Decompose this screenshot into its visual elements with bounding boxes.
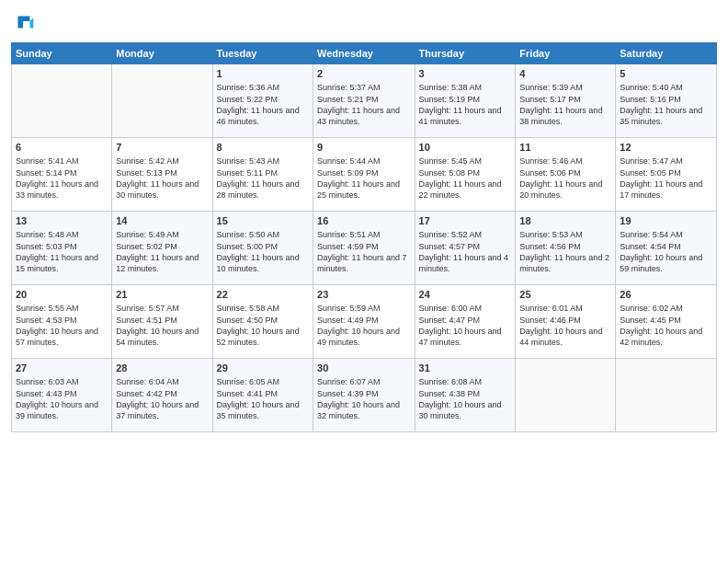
logo	[11, 9, 40, 35]
day-info: Sunrise: 5:46 AM Sunset: 5:06 PM Dayligh…	[519, 155, 611, 201]
calendar-cell: 17Sunrise: 5:52 AM Sunset: 4:57 PM Dayli…	[415, 212, 516, 285]
calendar-table: SundayMondayTuesdayWednesdayThursdayFrid…	[11, 42, 717, 432]
day-number: 2	[317, 67, 410, 81]
day-info: Sunrise: 5:51 AM Sunset: 4:59 PM Dayligh…	[317, 229, 410, 274]
day-info: Sunrise: 5:59 AM Sunset: 4:49 PM Dayligh…	[317, 303, 410, 348]
day-number: 25	[519, 288, 611, 302]
calendar-cell: 18Sunrise: 5:53 AM Sunset: 4:56 PM Dayli…	[516, 212, 616, 285]
calendar-cell: 4Sunrise: 5:39 AM Sunset: 5:17 PM Daylig…	[516, 64, 616, 138]
logo-icon	[11, 9, 37, 35]
day-info: Sunrise: 5:48 AM Sunset: 5:03 PM Dayligh…	[16, 229, 108, 274]
day-number: 3	[419, 67, 512, 81]
day-info: Sunrise: 6:05 AM Sunset: 4:41 PM Dayligh…	[217, 376, 309, 421]
calendar-cell: 26Sunrise: 6:02 AM Sunset: 4:45 PM Dayli…	[616, 285, 717, 359]
calendar-cell: 22Sunrise: 5:58 AM Sunset: 4:50 PM Dayli…	[212, 285, 313, 359]
day-info: Sunrise: 5:54 AM Sunset: 4:54 PM Dayligh…	[620, 229, 712, 274]
calendar-cell: 27Sunrise: 6:03 AM Sunset: 4:43 PM Dayli…	[12, 359, 112, 432]
day-number: 8	[217, 141, 309, 155]
calendar-cell: 28Sunrise: 6:04 AM Sunset: 4:42 PM Dayli…	[112, 359, 212, 432]
day-info: Sunrise: 5:55 AM Sunset: 4:53 PM Dayligh…	[16, 303, 108, 348]
calendar-cell: 21Sunrise: 5:57 AM Sunset: 4:51 PM Dayli…	[112, 285, 212, 359]
day-number: 28	[116, 362, 208, 375]
day-number: 15	[217, 214, 309, 228]
header-cell-saturday: Saturday	[616, 43, 717, 64]
day-info: Sunrise: 5:45 AM Sunset: 5:08 PM Dayligh…	[419, 155, 512, 201]
header	[11, 9, 717, 35]
day-info: Sunrise: 6:01 AM Sunset: 4:46 PM Dayligh…	[519, 303, 611, 348]
calendar-cell	[12, 64, 112, 138]
day-number: 5	[620, 67, 712, 81]
calendar-cell: 31Sunrise: 6:08 AM Sunset: 4:38 PM Dayli…	[415, 359, 516, 432]
calendar-cell: 13Sunrise: 5:48 AM Sunset: 5:03 PM Dayli…	[12, 212, 112, 285]
day-info: Sunrise: 5:58 AM Sunset: 4:50 PM Dayligh…	[217, 303, 309, 348]
calendar-cell: 24Sunrise: 6:00 AM Sunset: 4:47 PM Dayli…	[415, 285, 516, 359]
calendar-cell: 10Sunrise: 5:45 AM Sunset: 5:08 PM Dayli…	[415, 138, 516, 212]
day-number: 23	[317, 288, 410, 302]
day-info: Sunrise: 5:57 AM Sunset: 4:51 PM Dayligh…	[116, 303, 208, 348]
calendar-cell: 23Sunrise: 5:59 AM Sunset: 4:49 PM Dayli…	[313, 285, 415, 359]
header-row: SundayMondayTuesdayWednesdayThursdayFrid…	[12, 43, 717, 64]
day-info: Sunrise: 5:41 AM Sunset: 5:14 PM Dayligh…	[16, 155, 108, 201]
day-info: Sunrise: 5:47 AM Sunset: 5:05 PM Dayligh…	[620, 155, 712, 201]
day-number: 19	[620, 214, 712, 228]
day-number: 1	[217, 67, 309, 81]
day-info: Sunrise: 5:36 AM Sunset: 5:22 PM Dayligh…	[217, 82, 309, 127]
calendar-cell: 12Sunrise: 5:47 AM Sunset: 5:05 PM Dayli…	[616, 138, 717, 212]
header-cell-thursday: Thursday	[415, 43, 516, 64]
day-number: 21	[116, 288, 208, 302]
day-info: Sunrise: 5:43 AM Sunset: 5:11 PM Dayligh…	[217, 155, 309, 201]
week-row-3: 20Sunrise: 5:55 AM Sunset: 4:53 PM Dayli…	[12, 285, 717, 359]
day-info: Sunrise: 5:53 AM Sunset: 4:56 PM Dayligh…	[519, 229, 611, 274]
week-row-1: 6Sunrise: 5:41 AM Sunset: 5:14 PM Daylig…	[12, 138, 717, 212]
header-cell-tuesday: Tuesday	[212, 43, 313, 64]
header-cell-friday: Friday	[516, 43, 616, 64]
day-number: 27	[16, 362, 108, 375]
header-cell-sunday: Sunday	[12, 43, 112, 64]
day-info: Sunrise: 6:00 AM Sunset: 4:47 PM Dayligh…	[419, 303, 512, 348]
day-info: Sunrise: 5:38 AM Sunset: 5:19 PM Dayligh…	[419, 82, 512, 127]
day-number: 18	[519, 214, 611, 228]
calendar-cell: 5Sunrise: 5:40 AM Sunset: 5:16 PM Daylig…	[616, 64, 717, 138]
calendar-cell: 19Sunrise: 5:54 AM Sunset: 4:54 PM Dayli…	[616, 212, 717, 285]
day-number: 11	[519, 141, 611, 155]
week-row-2: 13Sunrise: 5:48 AM Sunset: 5:03 PM Dayli…	[12, 212, 717, 285]
week-row-0: 1Sunrise: 5:36 AM Sunset: 5:22 PM Daylig…	[12, 64, 717, 138]
calendar-cell: 14Sunrise: 5:49 AM Sunset: 5:02 PM Dayli…	[112, 212, 212, 285]
calendar-cell: 8Sunrise: 5:43 AM Sunset: 5:11 PM Daylig…	[212, 138, 313, 212]
day-number: 16	[317, 214, 410, 228]
calendar-cell: 25Sunrise: 6:01 AM Sunset: 4:46 PM Dayli…	[516, 285, 616, 359]
table-body: 1Sunrise: 5:36 AM Sunset: 5:22 PM Daylig…	[12, 64, 717, 432]
day-number: 10	[419, 141, 512, 155]
calendar-cell	[516, 359, 616, 432]
day-number: 20	[16, 288, 108, 302]
day-number: 29	[217, 362, 309, 375]
day-info: Sunrise: 6:03 AM Sunset: 4:43 PM Dayligh…	[16, 376, 108, 421]
header-cell-wednesday: Wednesday	[313, 43, 415, 64]
calendar-cell: 30Sunrise: 6:07 AM Sunset: 4:39 PM Dayli…	[313, 359, 415, 432]
day-info: Sunrise: 5:40 AM Sunset: 5:16 PM Dayligh…	[620, 82, 712, 127]
day-number: 30	[317, 362, 410, 375]
day-number: 13	[16, 214, 108, 228]
calendar-cell: 20Sunrise: 5:55 AM Sunset: 4:53 PM Dayli…	[12, 285, 112, 359]
day-info: Sunrise: 6:02 AM Sunset: 4:45 PM Dayligh…	[620, 303, 712, 348]
day-number: 31	[419, 362, 512, 375]
day-info: Sunrise: 5:50 AM Sunset: 5:00 PM Dayligh…	[217, 229, 309, 274]
calendar-cell	[112, 64, 212, 138]
calendar-cell	[616, 359, 717, 432]
calendar-cell: 16Sunrise: 5:51 AM Sunset: 4:59 PM Dayli…	[313, 212, 415, 285]
calendar-cell: 6Sunrise: 5:41 AM Sunset: 5:14 PM Daylig…	[12, 138, 112, 212]
day-number: 9	[317, 141, 410, 155]
day-number: 14	[116, 214, 208, 228]
day-info: Sunrise: 5:37 AM Sunset: 5:21 PM Dayligh…	[317, 82, 410, 127]
day-info: Sunrise: 6:04 AM Sunset: 4:42 PM Dayligh…	[116, 376, 208, 421]
day-info: Sunrise: 5:52 AM Sunset: 4:57 PM Dayligh…	[419, 229, 512, 274]
day-info: Sunrise: 5:44 AM Sunset: 5:09 PM Dayligh…	[317, 155, 410, 201]
day-info: Sunrise: 6:08 AM Sunset: 4:38 PM Dayligh…	[419, 376, 512, 421]
calendar-cell: 2Sunrise: 5:37 AM Sunset: 5:21 PM Daylig…	[313, 64, 415, 138]
calendar-container: SundayMondayTuesdayWednesdayThursdayFrid…	[0, 0, 728, 442]
calendar-cell: 7Sunrise: 5:42 AM Sunset: 5:13 PM Daylig…	[112, 138, 212, 212]
day-info: Sunrise: 5:49 AM Sunset: 5:02 PM Dayligh…	[116, 229, 208, 274]
calendar-cell: 11Sunrise: 5:46 AM Sunset: 5:06 PM Dayli…	[516, 138, 616, 212]
week-row-4: 27Sunrise: 6:03 AM Sunset: 4:43 PM Dayli…	[12, 359, 717, 432]
calendar-cell: 3Sunrise: 5:38 AM Sunset: 5:19 PM Daylig…	[415, 64, 516, 138]
